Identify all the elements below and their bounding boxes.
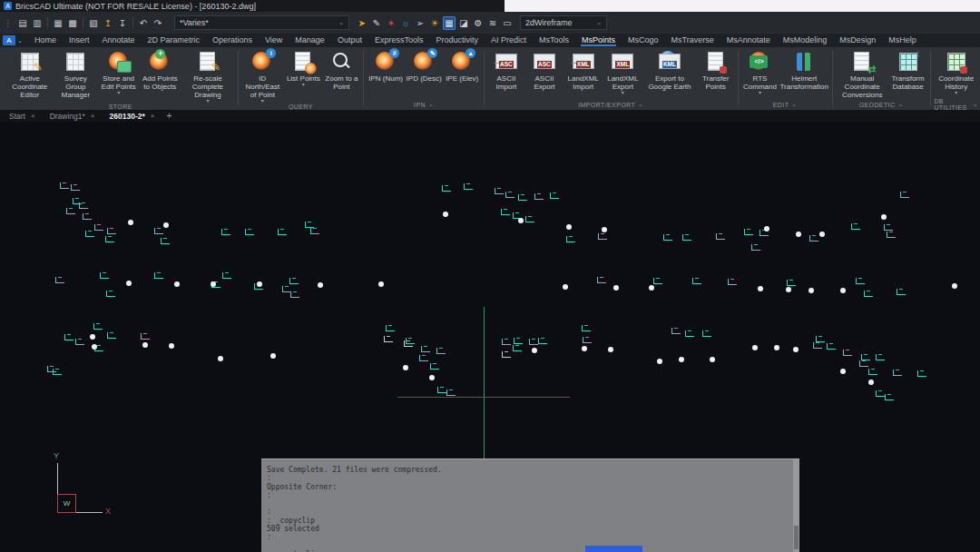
survey-point-marker[interactable]	[813, 342, 822, 349]
point-node[interactable]	[90, 334, 95, 340]
point-node[interactable]	[142, 342, 148, 348]
scrollbar-thumb[interactable]	[794, 526, 799, 549]
ribbon-button-zoom-to-a-point[interactable]: Zoom to a Point	[323, 50, 359, 91]
close-icon[interactable]: ×	[31, 112, 35, 120]
point-node[interactable]	[679, 357, 684, 362]
survey-point-marker[interactable]	[856, 278, 865, 284]
survey-point-marker[interactable]	[827, 343, 836, 350]
survey-point-marker[interactable]	[289, 278, 299, 284]
survey-point-marker[interactable]	[421, 346, 430, 352]
survey-point-marker[interactable]	[653, 278, 662, 284]
survey-point-marker[interactable]	[245, 229, 254, 235]
point-node[interactable]	[174, 281, 180, 287]
tab-mscogo[interactable]: MsCogo	[622, 34, 665, 47]
point-node[interactable]	[403, 365, 408, 370]
survey-point-marker[interactable]	[60, 182, 69, 189]
survey-point-marker[interactable]	[154, 272, 163, 279]
point-node[interactable]	[952, 283, 957, 289]
tab-home[interactable]: Home	[28, 34, 63, 47]
select-cursor-icon[interactable]: ➤	[356, 16, 368, 30]
new-drawing-icon[interactable]: ▤	[16, 16, 29, 30]
ribbon-button-ipd-desc[interactable]: ✎IPD (Desc)	[406, 50, 442, 83]
survey-point-marker[interactable]	[816, 336, 825, 342]
document-tab-drawing1[interactable]: Drawing1*×	[43, 110, 103, 122]
ribbon-button-ipe-elev[interactable]: ▲IPE (Elev)	[444, 50, 480, 83]
new-tab-button[interactable]: +	[162, 111, 176, 121]
document-tab-260130-2[interactable]: 260130-2*×	[103, 110, 162, 122]
panels-toggle-icon[interactable]: ▦	[443, 16, 456, 30]
chevron-down-icon[interactable]: ⌄	[791, 101, 797, 108]
draw-order-icon[interactable]: ◪	[457, 16, 470, 30]
ribbon-button-add-points-to-objects[interactable]: +Add Points to Objects	[140, 50, 180, 91]
survey-point-marker[interactable]	[876, 390, 885, 397]
point-node[interactable]	[649, 285, 654, 291]
survey-point-marker[interactable]	[518, 194, 527, 201]
ribbon-button-landxml-export[interactable]: XMLLandXML Export▾	[603, 50, 642, 95]
ribbon-button-helmert-transformation[interactable]: Helmert Transformation	[779, 50, 828, 91]
survey-point-marker[interactable]	[222, 272, 231, 279]
point-node[interactable]	[92, 344, 97, 350]
ribbon-button-re-scale-complete-drawing[interactable]: ✎Re-scale Complete Drawing▾	[181, 50, 233, 104]
survey-point-marker[interactable]	[106, 291, 115, 297]
cursor-config-icon[interactable]: ➢	[414, 16, 426, 30]
point-node[interactable]	[710, 357, 715, 362]
survey-point-marker[interactable]	[278, 229, 287, 235]
snap-marker-icon[interactable]: ✶	[385, 16, 397, 30]
ribbon-button-coordinate-history[interactable]: Coordinate History▾	[934, 50, 978, 95]
point-node[interactable]	[566, 224, 572, 230]
tab-ai-predict[interactable]: AI Predict	[485, 34, 533, 47]
survey-point-marker[interactable]	[671, 328, 681, 334]
save-as-icon[interactable]: ▩	[66, 16, 79, 30]
ribbon-button-manual-coordinate-conversions[interactable]: ⇄Manual Coordinate Conversions	[837, 50, 888, 99]
point-node[interactable]	[318, 282, 323, 288]
export-icon[interactable]: ↧	[116, 16, 129, 30]
ribbon-button-transform-database[interactable]: ↓Transform Database	[890, 50, 926, 91]
survey-point-marker[interactable]	[446, 389, 456, 396]
settings-gear-icon[interactable]: ⚙	[472, 16, 485, 30]
import-icon[interactable]: ↥	[102, 16, 114, 30]
point-node[interactable]	[608, 347, 613, 352]
point-node[interactable]	[532, 348, 537, 353]
point-node[interactable]	[657, 359, 662, 364]
command-window[interactable]: Save Complete. 21 files were compressed.…	[261, 458, 799, 552]
survey-point-marker[interactable]	[305, 222, 314, 228]
tab-manage[interactable]: Manage	[289, 34, 331, 47]
drawing-canvas[interactable]: YXWSave Complete. 21 files were compress…	[0, 122, 980, 552]
survey-point-marker[interactable]	[859, 360, 868, 367]
survey-point-marker[interactable]	[495, 188, 504, 194]
survey-point-marker[interactable]	[464, 183, 473, 190]
chevron-down-icon[interactable]: ⌄	[428, 101, 434, 108]
point-node[interactable]	[840, 288, 846, 293]
point-node[interactable]	[613, 285, 619, 291]
survey-point-marker[interactable]	[728, 279, 737, 285]
tab-2d-parametric[interactable]: 2D Parametric	[141, 34, 206, 47]
survey-point-marker[interactable]	[154, 228, 163, 234]
point-node[interactable]	[796, 232, 801, 237]
tips-bulb-icon[interactable]: ☼	[399, 16, 412, 30]
undo-icon[interactable]: ↶	[137, 16, 150, 30]
point-node[interactable]	[602, 227, 607, 232]
save-icon[interactable]: ▦	[52, 16, 64, 30]
survey-point-marker-gray[interactable]	[502, 351, 511, 358]
survey-point-marker[interactable]	[83, 213, 92, 220]
survey-point-marker[interactable]	[502, 339, 511, 345]
tab-output[interactable]: Output	[331, 34, 368, 47]
ribbon-button-landxml-import[interactable]: XML→LandXML Import	[564, 50, 602, 91]
varies-dropdown[interactable]: *Varies* ⌄	[174, 15, 349, 30]
point-node[interactable]	[808, 288, 814, 293]
point-node[interactable]	[378, 281, 384, 287]
survey-point-marker[interactable]	[430, 363, 439, 370]
print-icon[interactable]: ▧	[87, 16, 100, 30]
survey-point-marker[interactable]	[501, 209, 510, 215]
survey-point-marker[interactable]	[161, 238, 170, 244]
survey-point-marker[interactable]	[53, 369, 62, 375]
point-node[interactable]	[819, 232, 825, 237]
survey-point-marker[interactable]	[221, 229, 230, 235]
application-button[interactable]: A	[3, 35, 15, 45]
light-bulb-icon[interactable]: ☀	[428, 16, 441, 30]
point-node[interactable]	[758, 286, 763, 291]
survey-point-marker[interactable]	[682, 234, 691, 241]
point-node[interactable]	[169, 343, 174, 349]
survey-point-marker[interactable]	[884, 224, 893, 231]
survey-point-marker[interactable]	[442, 185, 451, 192]
